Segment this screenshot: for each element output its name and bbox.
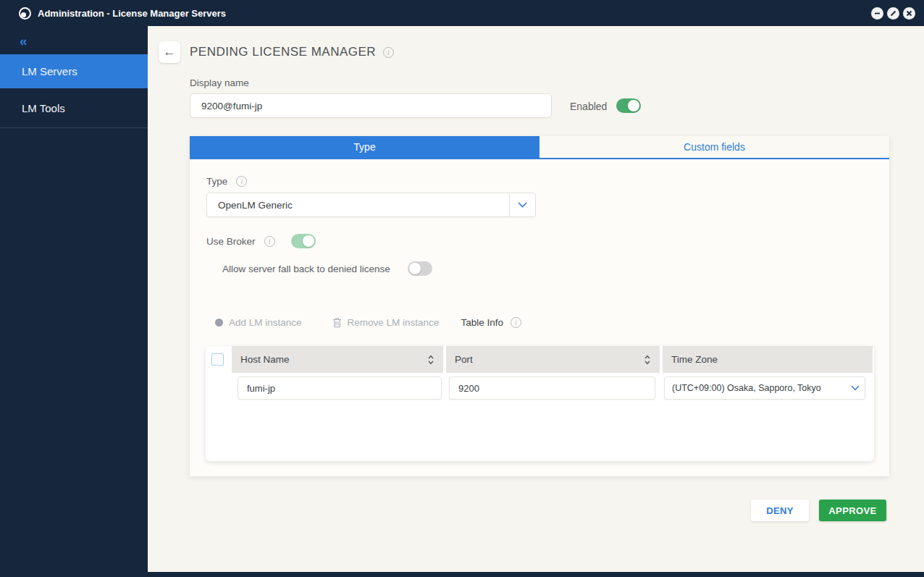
remove-lm-instance-button[interactable]: Remove LM instance bbox=[332, 317, 440, 328]
sidebar-item-lm-servers[interactable]: LM Servers bbox=[0, 54, 148, 88]
page-title-info-icon[interactable]: i bbox=[383, 47, 394, 58]
use-broker-toggle[interactable] bbox=[291, 234, 316, 248]
display-name-input[interactable] bbox=[190, 93, 552, 118]
port-input[interactable] bbox=[449, 376, 655, 400]
use-broker-row: Use Broker i bbox=[206, 234, 316, 248]
host-name-input[interactable] bbox=[238, 376, 442, 400]
page-title: PENDING LICENSE MANAGER bbox=[190, 45, 376, 59]
enabled-label: Enabled bbox=[570, 101, 607, 112]
tab-custom-fields[interactable]: Custom fields bbox=[539, 136, 889, 158]
row-select-checkbox[interactable] bbox=[211, 353, 224, 366]
tab-label: Type bbox=[353, 141, 375, 153]
tab-label: Custom fields bbox=[684, 141, 745, 153]
column-label: Port bbox=[455, 354, 644, 365]
type-label-row: Type i bbox=[206, 176, 247, 187]
chevron-down-icon bbox=[509, 193, 535, 216]
tab-bar: Type Custom fields bbox=[190, 136, 889, 159]
sort-icon bbox=[427, 354, 434, 366]
sidebar-collapse-icon[interactable]: « bbox=[20, 33, 26, 49]
sidebar-divider bbox=[0, 127, 148, 128]
sidebar-item-label: LM Servers bbox=[22, 65, 77, 77]
window-title: Administration - License Manager Servers bbox=[38, 8, 226, 19]
time-zone-value: (UTC+09:00) Osaka, Sapporo, Tokyo bbox=[665, 383, 846, 393]
sidebar-item-label: LM Tools bbox=[22, 102, 65, 114]
toggle-knob bbox=[303, 235, 314, 247]
deny-button[interactable]: DENY bbox=[751, 500, 809, 521]
display-name-label: Display name bbox=[190, 77, 249, 88]
type-tab-panel: Type Custom fields Type i OpenLM Generic… bbox=[190, 136, 889, 476]
time-zone-select[interactable]: (UTC+09:00) Osaka, Sapporo, Tokyo bbox=[664, 376, 865, 400]
window-bottom-border bbox=[0, 572, 924, 577]
type-select[interactable]: OpenLM Generic bbox=[206, 193, 536, 217]
enabled-toggle[interactable] bbox=[616, 98, 641, 113]
sort-icon bbox=[644, 354, 651, 366]
back-arrow-icon: ← bbox=[164, 45, 176, 59]
type-label: Type bbox=[206, 176, 227, 187]
approve-button[interactable]: APPROVE bbox=[819, 500, 886, 521]
add-icon bbox=[215, 319, 223, 327]
column-header-port[interactable]: Port bbox=[446, 346, 660, 373]
column-header-time-zone[interactable]: Time Zone bbox=[663, 346, 873, 373]
table-toolbar: Add LM instance Remove LM instance Table… bbox=[215, 317, 521, 328]
toggle-knob bbox=[628, 100, 639, 111]
maximize-button[interactable] bbox=[887, 7, 899, 20]
app-logo-icon bbox=[19, 7, 31, 20]
column-label: Time Zone bbox=[671, 354, 864, 365]
tab-type[interactable]: Type bbox=[190, 136, 539, 158]
window-titlebar: Administration - License Manager Servers bbox=[0, 0, 924, 26]
type-select-value: OpenLM Generic bbox=[207, 200, 509, 211]
fallback-label: Allow server fall back to denied license bbox=[222, 264, 390, 274]
add-lm-instance-label: Add LM instance bbox=[229, 317, 302, 328]
chevron-down-icon bbox=[846, 385, 865, 391]
minimize-button[interactable] bbox=[871, 7, 883, 20]
table-info-icon[interactable]: i bbox=[511, 317, 521, 328]
sidebar: « LM Servers LM Tools bbox=[0, 26, 148, 572]
type-info-icon[interactable]: i bbox=[236, 176, 247, 187]
table-info-label: Table Info bbox=[461, 317, 503, 328]
window-controls bbox=[871, 0, 915, 26]
add-lm-instance-button[interactable]: Add LM instance bbox=[215, 317, 302, 328]
trash-icon bbox=[332, 317, 342, 328]
use-broker-info-icon[interactable]: i bbox=[264, 236, 275, 247]
fallback-toggle[interactable] bbox=[408, 261, 432, 276]
fallback-row: Allow server fall back to denied license bbox=[222, 261, 432, 276]
toggle-knob bbox=[409, 263, 421, 274]
column-header-host-name[interactable]: Host Name bbox=[232, 346, 443, 373]
use-broker-label: Use Broker bbox=[206, 236, 256, 247]
column-label: Host Name bbox=[240, 354, 427, 365]
lm-instances-table: Host Name Port Time Zone (UTC+09:00) Osa… bbox=[206, 346, 874, 461]
back-button[interactable]: ← bbox=[159, 41, 180, 63]
table-info: Table Info i bbox=[461, 317, 521, 328]
close-button[interactable] bbox=[903, 7, 915, 20]
remove-lm-instance-label: Remove LM instance bbox=[348, 317, 440, 328]
page-title-row: PENDING LICENSE MANAGER i bbox=[190, 45, 394, 59]
sidebar-item-lm-tools[interactable]: LM Tools bbox=[0, 88, 148, 127]
